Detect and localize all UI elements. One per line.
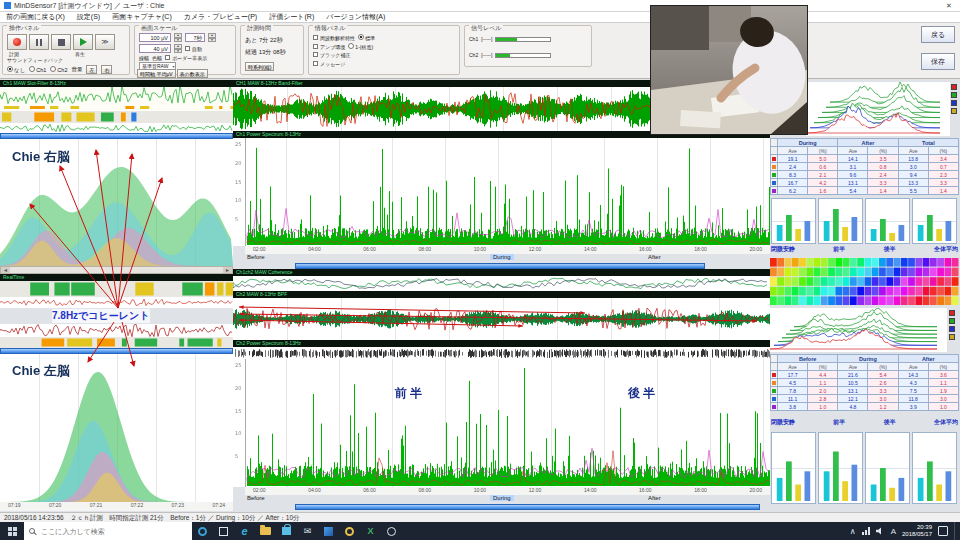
- menu-bar: 前の画面に戻る(X) 設定(S) 画面キャプチャ(C) カメラ・プレビュー(P)…: [0, 12, 960, 23]
- heatmap-canvas: [770, 258, 959, 306]
- sensitivity-2-spinner[interactable]: ▲▼: [174, 44, 182, 53]
- taskbar-search[interactable]: [24, 522, 192, 540]
- edge-icon[interactable]: e: [234, 522, 255, 540]
- speaker-icon[interactable]: [876, 527, 885, 535]
- table-display-button[interactable]: 表の数表示: [177, 69, 208, 78]
- legend-checkbox[interactable]: [951, 92, 957, 98]
- mail-icon[interactable]: ✉: [297, 522, 318, 540]
- spectrum2-time-axis: 02:0004:0006:0008:0010:0012:0014:0016:00…: [245, 487, 770, 495]
- axis-tick: 16:00: [639, 246, 652, 254]
- message-checkbox[interactable]: メッセージ: [313, 61, 345, 67]
- legend-checkbox[interactable]: [949, 326, 955, 332]
- back-button[interactable]: 戻る: [921, 26, 955, 43]
- checkbox-icon: [313, 52, 318, 57]
- menu-item-settings[interactable]: 設定(S): [77, 12, 100, 22]
- taskbar-clock[interactable]: 20:39 2018/05/17: [902, 524, 932, 538]
- explorer-icon[interactable]: [255, 522, 276, 540]
- status-bar: 2018/05/16 14:23:56 ２ｃｈ計測 時間指定計測 21分 Bef…: [0, 512, 960, 522]
- axis-tick: 20:00: [749, 487, 762, 495]
- transport-buttons: ≫: [7, 34, 115, 50]
- settings-icon[interactable]: [381, 522, 402, 540]
- legend-checkbox[interactable]: [951, 100, 957, 106]
- ffwd-button[interactable]: ≫: [95, 34, 115, 50]
- measure-time-title: 計測時間: [245, 25, 273, 32]
- tray-chevron-icon[interactable]: ∧: [850, 527, 856, 536]
- show-desktop-button[interactable]: [954, 522, 958, 540]
- signal-level-title: 信号レベル: [469, 25, 503, 32]
- menu-item-back[interactable]: 前の画面に戻る(X): [6, 12, 65, 22]
- waterfall-plot-canvas: [806, 82, 950, 136]
- sensitivity-1-spinner[interactable]: ▲▼: [174, 33, 182, 42]
- start-button[interactable]: [0, 522, 24, 540]
- notification-center-icon[interactable]: [938, 526, 948, 536]
- sound-feedback-title: サウンドフィードバック: [7, 57, 63, 63]
- search-input[interactable]: [39, 527, 187, 536]
- amp-env-checkbox[interactable]: アンプ環境: [313, 44, 345, 50]
- right-brain-label: Chie 右脳: [12, 148, 70, 166]
- ch2-label: Ch2: [469, 52, 478, 58]
- menu-item-version[interactable]: バージョン情報(A): [326, 12, 385, 22]
- time-scale-field[interactable]: 7秒: [185, 33, 205, 42]
- axis-tick: 10:00: [474, 246, 487, 254]
- line-width-label: 線幅: [139, 55, 149, 61]
- border-hide-checkbox[interactable]: ボーダー非表示: [165, 55, 207, 61]
- screen-scale-title: 画面スケール: [139, 25, 179, 32]
- time-series-button[interactable]: 時系列(縦): [245, 62, 274, 71]
- legend-checkbox[interactable]: [949, 334, 955, 340]
- cortana-icon[interactable]: [192, 522, 213, 540]
- bar-chart-canvas: [771, 198, 816, 244]
- task-view-icon[interactable]: [213, 522, 234, 540]
- standard-option[interactable]: 標準: [358, 34, 375, 41]
- volume-left-button[interactable]: 左: [86, 65, 97, 74]
- store-icon[interactable]: [276, 522, 297, 540]
- save-button[interactable]: 保存: [921, 53, 955, 70]
- sensitivity-1-field[interactable]: 100 μV: [139, 33, 171, 42]
- record-button[interactable]: [7, 34, 27, 50]
- freq-analysis-checkbox[interactable]: 周波数解析特性: [313, 35, 355, 41]
- pause-button[interactable]: [29, 34, 49, 50]
- legend-checkbox[interactable]: [951, 108, 957, 114]
- auto-checkbox[interactable]: 自動: [185, 46, 202, 52]
- scroll-right-icon[interactable]: ►: [223, 267, 232, 273]
- stop-button[interactable]: [51, 34, 71, 50]
- webcam-window[interactable]: [650, 5, 808, 135]
- photos-icon[interactable]: [318, 522, 339, 540]
- browser-icon[interactable]: [339, 522, 360, 540]
- close-icon[interactable]: ✕: [942, 2, 956, 10]
- menu-item-capture[interactable]: 画面キャプチャ(C): [112, 12, 172, 22]
- stats-table-top: DuringAfterTotalAve(%)Ave(%)Ave(%)19.15.…: [770, 138, 959, 195]
- legend-checkbox[interactable]: [949, 318, 955, 324]
- axis-tick: 07:23: [172, 502, 185, 511]
- play-button[interactable]: [73, 34, 93, 50]
- axis-tick: 07:20: [49, 502, 62, 511]
- ch2-band-header: Ch2 MAW 8-13Hz BPF: [233, 291, 770, 298]
- radio-ch2[interactable]: Ch2: [50, 66, 67, 73]
- network-icon[interactable]: [862, 527, 870, 535]
- thin-wave-canvas: [0, 297, 233, 308]
- radio-none[interactable]: なし: [7, 66, 25, 74]
- ch2-realtime-wave-canvas: [0, 324, 233, 337]
- ch2-spectrum-header: Ch2 Power Spectrum 8-13Hz: [233, 340, 770, 347]
- horizontal-scrollbar[interactable]: ◄►: [0, 266, 233, 274]
- during-range-bar[interactable]: [295, 504, 760, 510]
- black-correction-checkbox[interactable]: ブラック補正: [313, 52, 350, 58]
- time-axis-avg-button[interactable]: 時間軸 平均μV: [137, 69, 176, 78]
- ime-indicator[interactable]: A: [891, 527, 896, 536]
- chart-label-total-avg: 全体平均: [934, 245, 958, 254]
- bar-chart-canvas: [865, 432, 910, 504]
- ch2-eeg-canvas: [233, 298, 770, 340]
- time-scale-spinner[interactable]: ▲▼: [208, 33, 216, 42]
- radio-icon: [29, 66, 35, 72]
- axis-tick: 12:00: [529, 487, 542, 495]
- scroll-left-icon[interactable]: ◄: [1, 267, 10, 273]
- radio-ch1[interactable]: Ch1: [29, 66, 46, 73]
- menu-item-camera-preview[interactable]: カメラ・プレビュー(P): [184, 12, 257, 22]
- volume-right-button[interactable]: 右: [101, 65, 112, 74]
- menu-item-eval-sheet[interactable]: 評価シート(R): [269, 12, 314, 22]
- legend-checkbox[interactable]: [949, 310, 955, 316]
- legend-checkbox[interactable]: [951, 84, 957, 90]
- time-elapsed: 経過 13分 08秒: [245, 48, 286, 57]
- excel-icon[interactable]: X: [360, 522, 381, 540]
- sensitivity-2-field[interactable]: 40 μV: [139, 44, 171, 53]
- structure-option[interactable]: 1-(構造): [348, 43, 373, 50]
